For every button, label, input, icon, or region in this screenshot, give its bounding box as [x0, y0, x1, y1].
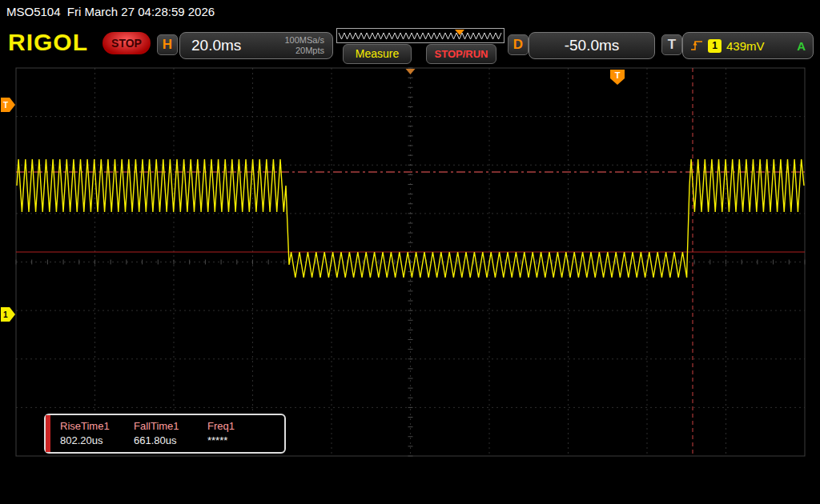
measurement-value: 661.80us: [134, 434, 198, 446]
memory-depth: 20Mpts: [295, 46, 324, 55]
trigger-source-badge: 1: [708, 39, 722, 53]
acquisition-info: 100MSa/s 20Mpts: [284, 35, 324, 56]
delay-menu-button[interactable]: D: [508, 34, 529, 55]
measurement-value: 802.20us: [60, 434, 124, 446]
svg-text:T: T: [615, 70, 621, 80]
trigger-box[interactable]: 1 439mV A: [682, 32, 814, 59]
scope-display[interactable]: TT1: [0, 66, 820, 459]
svg-text:T: T: [3, 101, 8, 110]
measurement-item: Freq1 *****: [198, 415, 271, 452]
channel-status-bar: 1 100mV -112mV 2 100mV 0.00V 3 100mV 0.0…: [0, 459, 820, 504]
run-state-badge[interactable]: STOP: [102, 32, 151, 54]
timebase-value: 20.0ms: [191, 37, 284, 54]
timebase-box[interactable]: 20.0ms 100MSa/s 20Mpts: [179, 32, 333, 59]
model-and-datetime: MSO5104 Fri March 27 04:28:59 2026: [0, 0, 820, 24]
waveform-overview-strip[interactable]: [336, 28, 504, 43]
measurement-name: RiseTime1: [60, 420, 124, 432]
stop-run-button[interactable]: STOP/RUN: [426, 44, 496, 64]
svg-text:1: 1: [3, 310, 8, 319]
oscilloscope-screen: MSO5104 Fri March 27 04:28:59 2026 RIGOL…: [0, 0, 820, 504]
trigger-menu-button[interactable]: T: [661, 34, 682, 55]
measurement-name: Freq1: [207, 420, 271, 432]
measurement-item: RiseTime1 802.20us: [50, 415, 124, 452]
delay-box[interactable]: -50.0ms: [529, 32, 655, 59]
horizontal-menu-button[interactable]: H: [157, 34, 178, 55]
trigger-sweep-mode: A: [797, 39, 806, 53]
delay-value: -50.0ms: [565, 37, 620, 54]
measurement-item: FallTime1 661.80us: [124, 415, 198, 452]
measure-button[interactable]: Measure: [343, 44, 412, 64]
measurement-name: FallTime1: [134, 420, 198, 432]
overview-waveform: [337, 29, 504, 42]
trigger-edge-icon: [690, 39, 703, 52]
measurement-value: *****: [207, 434, 271, 446]
sample-rate: 100MSa/s: [284, 35, 324, 45]
rigol-logo: RIGOL: [8, 29, 88, 56]
trigger-level-value: 439mV: [726, 39, 765, 53]
measurement-panel[interactable]: RiseTime1 802.20us FallTime1 661.80us Fr…: [44, 414, 286, 454]
